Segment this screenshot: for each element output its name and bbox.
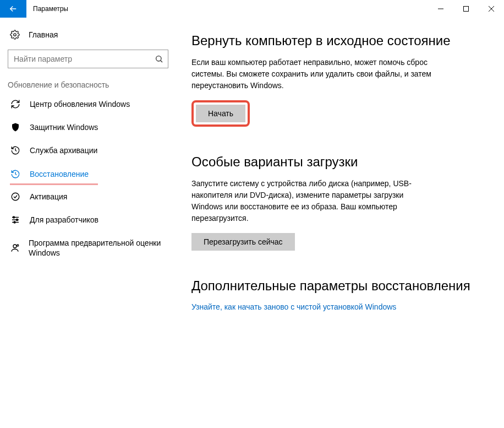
advanced-boot-heading: Особые варианты загрузки: [191, 153, 482, 170]
nav-label: Служба архивации: [30, 145, 97, 155]
shield-icon: [10, 122, 21, 132]
maximize-button[interactable]: [453, 0, 479, 18]
svg-point-6: [14, 221, 15, 223]
back-button[interactable]: [0, 0, 26, 18]
nav-label: Для разработчиков: [30, 215, 98, 225]
svg-point-8: [17, 245, 19, 246]
nav-recovery[interactable]: Восстановление: [0, 162, 176, 186]
gear-icon: [10, 30, 20, 40]
sliders-icon: [10, 215, 21, 225]
nav-label: Активация: [30, 192, 67, 202]
reset-start-button[interactable]: Начать: [196, 105, 245, 122]
reset-description: Если ваш компьютер работает неправильно,…: [191, 57, 434, 91]
search-input[interactable]: [14, 55, 150, 63]
nav-insider[interactable]: Программа предварительной оценки Windows: [0, 231, 176, 264]
search-icon: [155, 55, 163, 63]
fresh-start-link[interactable]: Узнайте, как начать заново с чистой уста…: [191, 302, 396, 311]
main-content: Вернуть компьютер в исходное состояние Е…: [176, 18, 504, 428]
minimize-icon: [438, 6, 443, 12]
sync-icon: [10, 99, 21, 109]
advanced-boot-description: Запустите систему с устройства либо диск…: [191, 178, 434, 224]
nav-developers[interactable]: Для разработчиков: [0, 208, 176, 231]
nav-windows-update[interactable]: Центр обновления Windows: [0, 93, 176, 116]
check-circle-icon: [10, 192, 21, 202]
history-icon: [10, 145, 21, 155]
nav-backup[interactable]: Служба архивации: [0, 139, 176, 162]
window-title: Параметры: [26, 0, 428, 18]
sidebar: Главная Обновление и безопасность Центр …: [0, 18, 176, 428]
nav-defender[interactable]: Защитник Windows: [0, 116, 176, 139]
maximize-icon: [463, 6, 469, 12]
close-icon: [489, 6, 494, 12]
titlebar: Параметры: [0, 0, 504, 18]
highlight-frame: Начать: [191, 100, 250, 127]
home-nav[interactable]: Главная: [0, 24, 176, 45]
nav-label: Восстановление: [30, 169, 89, 179]
recovery-icon: [10, 169, 21, 179]
nav-label: Защитник Windows: [30, 122, 98, 132]
svg-point-2: [156, 56, 161, 61]
svg-rect-0: [464, 7, 469, 12]
nav-label: Программа предварительной оценки Windows: [29, 238, 166, 258]
close-button[interactable]: [479, 0, 504, 18]
svg-point-3: [12, 193, 19, 201]
reset-section: Вернуть компьютер в исходное состояние Е…: [191, 32, 482, 127]
svg-point-1: [14, 34, 17, 36]
svg-point-7: [13, 245, 17, 248]
reset-heading: Вернуть компьютер в исходное состояние: [191, 32, 482, 49]
more-recovery-heading: Дополнительные параметры восстановления: [191, 277, 482, 294]
svg-point-5: [17, 219, 18, 221]
window-controls: [428, 0, 504, 18]
search-input-wrap[interactable]: [8, 50, 168, 68]
restart-now-button[interactable]: Перезагрузить сейчас: [191, 233, 295, 251]
svg-point-4: [13, 216, 15, 218]
home-label: Главная: [29, 30, 58, 39]
nav-activation[interactable]: Активация: [0, 185, 176, 208]
person-icon: [10, 243, 20, 253]
nav-label: Центр обновления Windows: [30, 99, 130, 109]
nav-group-label: Обновление и безопасность: [0, 75, 176, 93]
more-recovery-section: Дополнительные параметры восстановления …: [191, 277, 482, 311]
advanced-boot-section: Особые варианты загрузки Запустите систе…: [191, 153, 482, 251]
arrow-left-icon: [8, 4, 18, 14]
minimize-button[interactable]: [428, 0, 453, 18]
